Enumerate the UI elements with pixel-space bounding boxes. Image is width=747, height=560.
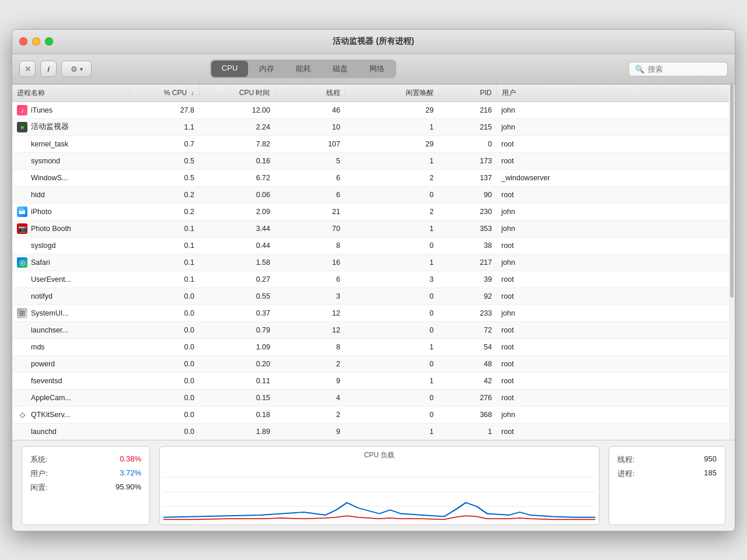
tab-network[interactable]: 网络 [359, 61, 395, 77]
app-icon: ◎ [17, 257, 27, 268]
table-row[interactable]: launchser... 0.0 0.79 12 0 72 root [12, 321, 735, 338]
cell-pid: 233 [438, 304, 497, 321]
table-row[interactable]: hidd 0.2 0.06 6 0 90 root [12, 186, 735, 203]
cell-name: notifyd [12, 288, 129, 304]
table-row[interactable]: ● 活动监视器 1.1 2.24 10 1 215 john [12, 118, 735, 135]
cell-user: _windowserver [497, 169, 735, 186]
cell-cpu: 0.0 [129, 440, 199, 440]
cell-cpu-time: 7.82 [199, 135, 275, 152]
cell-pid: 48 [438, 355, 497, 372]
cell-threads: 12 [275, 304, 345, 321]
minimize-button[interactable] [32, 37, 40, 46]
cell-user: root [497, 135, 735, 152]
cell-threads: 21 [275, 203, 345, 220]
maximize-button[interactable] [45, 37, 53, 46]
col-header-threads[interactable]: 线程 [275, 85, 345, 102]
cell-threads: 12 [275, 321, 345, 338]
scrollbar-track[interactable] [729, 85, 735, 440]
cell-user: john [497, 118, 735, 135]
app-icon: ● [17, 122, 27, 132]
table-row[interactable]: ◇ QTKitServ... 0.0 0.18 2 0 368 john [12, 406, 735, 423]
cell-name: ◇ QTKitServ... [12, 406, 129, 423]
col-header-cpu[interactable]: % CPU ↓ [129, 85, 199, 102]
stat-system-label: 系统: [30, 454, 48, 465]
cell-cpu: 27.8 [129, 102, 199, 118]
table-row[interactable]: ⊞ SystemUI... 0.0 0.37 12 0 233 john [12, 304, 735, 321]
cell-threads: 2 [275, 355, 345, 372]
cell-idle-wake: 0 [345, 237, 438, 254]
table-row[interactable]: mds 0.0 1.09 8 1 54 root [12, 338, 735, 355]
process-label: 进程: [617, 468, 635, 479]
col-header-idle-wake[interactable]: 闲置唤醒 [345, 85, 438, 102]
table-row[interactable]: 📷 Photo Booth 0.1 3.44 70 1 353 john [12, 220, 735, 237]
gear-button[interactable]: ⚙ ▾ [61, 61, 92, 77]
cell-cpu-time: 3.44 [199, 220, 275, 237]
cell-user: root [497, 389, 735, 406]
app-icon [17, 426, 27, 437]
close-button[interactable] [19, 37, 27, 46]
cell-cpu: 0.1 [129, 271, 199, 288]
table-row[interactable]: notifyd 0.0 0.55 3 0 92 root [12, 288, 735, 304]
table-row[interactable]: UserEvent... 0.1 0.27 6 3 39 root [12, 271, 735, 288]
cell-name: launchser... [12, 321, 129, 338]
window-controls [19, 37, 53, 46]
tab-memory[interactable]: 内存 [249, 61, 285, 77]
cell-user: john [497, 254, 735, 271]
close-icon: ✕ [25, 65, 31, 74]
info-button[interactable]: i [40, 61, 57, 77]
cell-pid: 1 [438, 423, 497, 440]
gear-arrow-icon: ▾ [80, 66, 83, 72]
table-row[interactable]: AppleCam... 0.0 0.15 4 0 276 root [12, 389, 735, 406]
tab-energy[interactable]: 能耗 [285, 61, 322, 77]
table-row[interactable]: ◎ Safari 0.1 1.58 16 1 217 john [12, 254, 735, 271]
col-header-cpu-time[interactable]: CPU 时间 [199, 85, 275, 102]
cell-user: john [497, 203, 735, 220]
app-icon [17, 393, 27, 403]
process-table-container[interactable]: 进程名称 % CPU ↓ CPU 时间 线程 闲置唤醒 [12, 85, 735, 440]
col-header-user[interactable]: 用户 [497, 85, 735, 102]
table-row[interactable]: 🏔 iPhoto 0.2 2.09 21 2 230 john [12, 203, 735, 220]
cell-pid: 90 [438, 186, 497, 203]
search-box[interactable]: 🔍 [629, 62, 728, 76]
cell-idle-wake: 1 [345, 423, 438, 440]
process-name-text: launchser... [31, 326, 68, 334]
table-row[interactable]: launchd 0.0 1.89 9 1 1 root [12, 423, 735, 440]
cell-pid: 38 [438, 237, 497, 254]
stat-row-user: 用户: 3.72% [30, 467, 141, 481]
cell-pid: 0 [438, 135, 497, 152]
search-input[interactable] [648, 65, 721, 74]
cell-idle-wake: 1 [345, 254, 438, 271]
cell-cpu: 1.1 [129, 118, 199, 135]
cell-cpu-time: 0.18 [199, 406, 275, 423]
cell-name: 🏔 iPhoto [12, 203, 129, 220]
cell-threads: 5 [275, 152, 345, 169]
cell-threads: 3 [275, 288, 345, 304]
app-icon: 📷 [17, 223, 27, 234]
table-row[interactable]: syslogd 0.1 0.44 8 0 38 root [12, 237, 735, 254]
window-title: 活动监视器 (所有进程) [333, 36, 414, 47]
cell-pid: 216 [438, 102, 497, 118]
cell-cpu-time: 1.58 [199, 254, 275, 271]
col-header-name[interactable]: 进程名称 [12, 85, 129, 102]
cell-idle-wake: 3 [345, 271, 438, 288]
cell-cpu-time: 1.89 [199, 423, 275, 440]
table-row[interactable]: fseventsd 0.0 0.11 9 1 42 root [12, 372, 735, 389]
tab-cpu[interactable]: CPU [211, 61, 248, 77]
table-row[interactable]: kernel_task 0.7 7.82 107 29 0 root [12, 135, 735, 152]
app-icon [17, 156, 27, 166]
close-process-button[interactable]: ✕ [19, 61, 36, 77]
table-row[interactable]: sysmond 0.5 0.16 5 1 173 root [12, 152, 735, 169]
table-row[interactable]: 🔔 通知中心 0.0 0.41 4 1 295 john [12, 440, 735, 440]
table-row[interactable]: WindowS... 0.5 6.72 6 2 137 _windowserve… [12, 169, 735, 186]
cell-pid: 72 [438, 321, 497, 338]
table-row[interactable]: powerd 0.0 0.20 2 0 48 root [12, 355, 735, 372]
scrollbar-thumb[interactable] [730, 85, 734, 298]
cell-pid: 92 [438, 288, 497, 304]
info-icon: i [47, 65, 50, 74]
cell-idle-wake: 0 [345, 389, 438, 406]
col-header-pid[interactable]: PID [438, 85, 497, 102]
tab-disk[interactable]: 磁盘 [322, 61, 358, 77]
table-row[interactable]: ♪ iTunes 27.8 12.00 46 29 216 john [12, 102, 735, 118]
cell-cpu: 0.0 [129, 338, 199, 355]
app-icon [17, 359, 27, 369]
